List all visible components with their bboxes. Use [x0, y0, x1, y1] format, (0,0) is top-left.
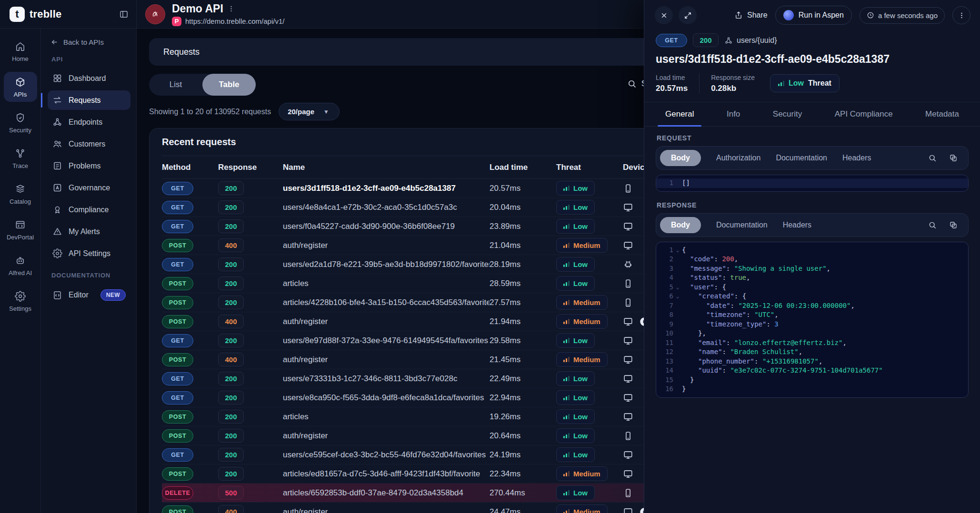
search-control[interactable]: S: [627, 79, 644, 89]
treblle-logo-icon: t: [10, 7, 25, 22]
request-name: auth/register: [283, 507, 490, 513]
table-row[interactable]: POST400auth/register21.94msMedium: [162, 312, 644, 331]
share-button[interactable]: Share: [734, 11, 768, 20]
caret-spacer: [673, 320, 682, 329]
tab-security[interactable]: Security: [773, 102, 802, 126]
threat-badge: Low: [556, 276, 595, 291]
table-row[interactable]: POST200auth/register20.64msLow: [162, 426, 644, 445]
request-name: users/3d1ff518-d1e2-3cff-ae09-e4b5c28a13…: [283, 184, 490, 193]
sidebar-item-requests[interactable]: Requests: [48, 90, 130, 110]
per-page-dropdown[interactable]: 20/page ▼: [279, 103, 340, 120]
caret-spacer: [673, 329, 682, 338]
code-line: 1[]: [656, 178, 968, 188]
sidebar-item-dashboard[interactable]: Dashboard: [48, 69, 130, 88]
table-row[interactable]: POST400auth/register21.45msMedium: [162, 350, 644, 369]
users-icon: [52, 139, 62, 149]
load-time: 20.64ms: [490, 431, 556, 441]
request-name: users/e73331b3-1c27-346c-8811-3bd3c77e02…: [283, 374, 490, 384]
cube-icon: [15, 77, 26, 88]
table-row[interactable]: POST200articles/4228b106-bfe4-3a15-b150-…: [162, 293, 644, 312]
device-icons: [623, 259, 644, 270]
rail-item-settings[interactable]: Settings: [4, 286, 37, 316]
search-icon[interactable]: [928, 221, 937, 229]
desktop-icon: [623, 412, 633, 422]
sidebar-item-compliance[interactable]: Compliance: [48, 200, 130, 219]
table-row[interactable]: GET200users/4e8a4ca1-e72b-30c2-aca0-35c1…: [162, 198, 644, 217]
request-body-tabs: Body Authorization Documentation Headers: [656, 146, 969, 170]
table-row[interactable]: GET200users/f0a45227-cadd-3d90-900e-36b6…: [162, 217, 644, 236]
brand-name: treblle: [30, 8, 61, 20]
table-row[interactable]: GET200users/e8ca950c-f565-3dda-9df8-e6fe…: [162, 388, 644, 407]
tab-general[interactable]: General: [665, 102, 694, 126]
table-row[interactable]: GET200users/ce595cef-dce3-3bc2-bc55-46fd…: [162, 445, 644, 464]
sidebar-item-api-settings[interactable]: API Settings: [48, 244, 130, 263]
request-tab-documentation[interactable]: Documentation: [776, 154, 827, 162]
table-row[interactable]: GET200users/e73331b3-1c27-346c-8811-3bd3…: [162, 369, 644, 388]
response-body-code: 1⌄{2"code": 200,3"message": "Showing a s…: [656, 242, 969, 398]
tab-metadata[interactable]: Metadata: [925, 102, 959, 126]
request-tab-authorization[interactable]: Authorization: [716, 154, 760, 162]
sidebar-item-governance[interactable]: Governance: [48, 178, 130, 197]
response-tab-headers[interactable]: Headers: [783, 221, 811, 229]
sidebar-item-my-alerts[interactable]: My Alerts: [48, 222, 130, 241]
collapse-sidebar-button[interactable]: [119, 10, 129, 19]
sidebar-item-problems[interactable]: Problems: [48, 156, 130, 176]
table-row[interactable]: POST400auth/register21.04msMedium: [162, 236, 644, 255]
rail-item-catalog[interactable]: Catalog: [4, 179, 37, 209]
table-row[interactable]: GET200users/3d1ff518-d1e2-3cff-ae09-e4b5…: [162, 179, 644, 198]
requests-page-tab[interactable]: Requests: [149, 38, 644, 66]
rail-item-devportal[interactable]: DevPortal: [4, 215, 37, 245]
threat-badge: Low: [556, 181, 595, 196]
table-row[interactable]: POST200articles19.26msLow: [162, 407, 644, 426]
panel-menu-button[interactable]: [952, 6, 970, 24]
load-time: 22.34ms: [490, 469, 556, 479]
sidebar-item-editor[interactable]: Editor NEW: [48, 285, 130, 306]
sidebar-item-endpoints[interactable]: Endpoints: [48, 112, 130, 132]
status-chip: 400: [218, 315, 244, 328]
collapse-caret-icon[interactable]: ⌄: [673, 292, 682, 301]
rail-item-security[interactable]: Security: [4, 108, 37, 138]
table-row[interactable]: GET200users/ed2a1d78-e221-39b5-ae3d-bb18…: [162, 255, 644, 274]
sidebar-item-customers[interactable]: Customers: [48, 134, 130, 154]
api-title-menu-icon[interactable]: [227, 5, 235, 13]
tab-info[interactable]: Info: [727, 102, 740, 126]
search-icon[interactable]: [928, 154, 937, 162]
rail-item-apis[interactable]: APIs: [4, 72, 37, 102]
table-row[interactable]: POST200articles/ed81657a-d7c5-3d46-afff-…: [162, 464, 644, 483]
copy-icon[interactable]: [949, 154, 958, 162]
copy-icon[interactable]: [949, 221, 958, 229]
request-section-label: REQUEST: [644, 127, 980, 146]
collapse-caret-icon[interactable]: ⌄: [673, 246, 682, 255]
tab-api-compliance[interactable]: API Compliance: [835, 102, 893, 126]
load-time-stat: Load time 20.57ms: [656, 74, 688, 93]
production-badge: P: [172, 17, 181, 26]
mobile-icon: [623, 183, 633, 194]
method-badge: POST: [162, 410, 193, 424]
table-row[interactable]: POST200articles28.59msLow: [162, 274, 644, 293]
request-tab-body[interactable]: Body: [660, 150, 701, 166]
response-tab-documentation[interactable]: Documentation: [716, 221, 768, 229]
expand-button[interactable]: [679, 6, 697, 24]
table-row[interactable]: GET200users/8e97d88f-372a-33ee-9476-6149…: [162, 331, 644, 350]
rail-item-trace[interactable]: Trace: [4, 143, 37, 173]
rail-item-alfred-ai[interactable]: Alfred AI: [4, 250, 37, 280]
load-time: 23.89ms: [490, 222, 556, 231]
close-button[interactable]: [655, 6, 673, 24]
rail-item-home[interactable]: Home: [4, 36, 37, 66]
table-row[interactable]: DELETE500articles/6592853b-ddf0-37ae-847…: [162, 483, 644, 503]
request-tab-headers[interactable]: Headers: [842, 154, 871, 162]
collapse-caret-icon[interactable]: ⌄: [673, 283, 682, 292]
response-tab-body[interactable]: Body: [660, 217, 701, 233]
view-toggle-table[interactable]: Table: [202, 74, 256, 96]
search-icon: [627, 79, 637, 89]
code-line: 12"name": "Braden Schulist",: [656, 347, 968, 357]
load-time: 24.19ms: [490, 450, 556, 460]
back-to-apis-link[interactable]: Back to APIs: [50, 38, 128, 46]
run-in-aspen-button[interactable]: Run in Aspen: [775, 6, 852, 25]
table-row[interactable]: POST400auth/register24.47msMedium: [162, 503, 644, 513]
view-toggle-list[interactable]: List: [149, 74, 202, 96]
request-body-code: 1[]: [656, 175, 969, 192]
endpoint-link[interactable]: users/{uuid}: [724, 36, 777, 45]
device-icons: [623, 412, 644, 422]
status-chip: 200: [218, 410, 244, 424]
